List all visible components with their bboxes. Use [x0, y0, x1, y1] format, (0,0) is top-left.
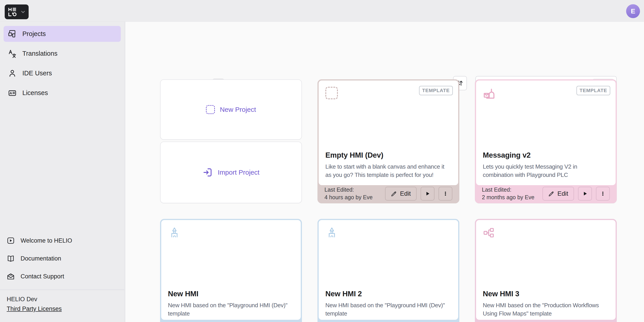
card-actions: Edit — [385, 187, 452, 200]
template-badge: TEMPLATE — [576, 86, 610, 95]
sidebar: Projects Translations — [0, 22, 125, 322]
last-edited-value: 4 hours ago by Eve — [324, 194, 372, 201]
link-label: Contact Support — [20, 273, 64, 280]
card-description: Lets you quickly test Messaging V2 in co… — [483, 162, 609, 179]
edit-button[interactable]: Edit — [542, 187, 574, 200]
card-new-hmi-2[interactable]: New HMI 2 New HMI based on the "Playgrou… — [318, 219, 459, 322]
card-body: New HMI 2 New HMI based on the "Playgrou… — [319, 220, 458, 320]
sidebar-item-projects[interactable]: Projects — [4, 26, 121, 42]
app-version-label: HELIO Dev — [7, 296, 118, 303]
card-body: TEMPLATE Empty HMI (Dev) Like to start w… — [319, 80, 458, 185]
card-footer: Last Edited: 4 hours ago by Eve Edit — [319, 185, 458, 202]
sidebar-item-label: IDE Users — [22, 70, 52, 77]
topbar: E — [0, 0, 644, 22]
last-edited-value: 2 months ago by Eve — [482, 194, 534, 201]
sidebar-item-ide-users[interactable]: IDE Users — [4, 65, 121, 81]
template-badge: TEMPLATE — [419, 86, 453, 95]
card-description: New HMI based on the "Playground HMI (De… — [325, 301, 452, 318]
edit-button[interactable]: Edit — [385, 187, 416, 200]
play-icon — [425, 191, 430, 196]
card-title: New HMI 2 — [325, 290, 452, 298]
playground-castle-icon — [168, 226, 294, 239]
action-cards-column: New Project Import Project — [160, 80, 302, 203]
card-title: Empty HMI (Dev) — [325, 151, 452, 160]
welcome-link[interactable]: Welcome to HELIO — [0, 232, 124, 250]
card-new-hmi-3[interactable]: New HMI 3 New HMI based on the "Producti… — [475, 219, 617, 322]
import-project-card[interactable]: Import Project — [160, 142, 302, 203]
card-title: New HMI — [168, 290, 294, 298]
sidebar-links: Welcome to HELIO Documentation — [0, 232, 124, 285]
card-body: New HMI New HMI based on the "Playground… — [161, 220, 301, 320]
import-project-label: Import Project — [218, 168, 260, 176]
pencil-icon — [548, 191, 554, 197]
new-project-label: New Project — [220, 106, 256, 113]
user-avatar[interactable]: E — [626, 4, 640, 18]
edit-label: Edit — [400, 190, 411, 197]
sidebar-item-translations[interactable]: Translations — [4, 46, 121, 62]
play-button[interactable] — [420, 187, 434, 200]
last-edited: Last Edited: 2 months ago by Eve — [482, 186, 534, 201]
card-empty-hmi-dev[interactable]: TEMPLATE Empty HMI (Dev) Like to start w… — [318, 80, 459, 203]
book-icon — [7, 254, 15, 262]
documentation-link[interactable]: Documentation — [0, 250, 124, 268]
projects-icon — [8, 30, 16, 38]
card-description: New HMI based on the "Production Workflo… — [483, 301, 609, 318]
play-icon — [582, 191, 588, 196]
sidebar-footer: HELIO Dev Third Party Licenses — [0, 290, 124, 322]
flow-map-icon — [483, 226, 609, 239]
dashed-square-icon — [206, 105, 215, 114]
chevron-down-icon — [20, 9, 26, 15]
sidebar-item-licenses[interactable]: Licenses — [4, 85, 121, 101]
sidebar-item-label: Translations — [22, 50, 58, 57]
edit-label: Edit — [558, 190, 568, 197]
link-label: Welcome to HELIO — [20, 237, 72, 244]
kebab-menu-icon — [442, 191, 448, 196]
card-actions: Edit — [542, 187, 610, 200]
helio-logo-icon — [8, 7, 17, 17]
card-footer: Last Edited: 2 months ago by Eve Edit — [476, 185, 616, 202]
sidebar-nav: Projects Translations — [0, 22, 125, 101]
app-root: E Projects — [0, 0, 644, 322]
helio-logo-menu-button[interactable] — [5, 4, 28, 19]
card-title: Messaging v2 — [483, 151, 609, 160]
more-options-button[interactable] — [438, 187, 452, 200]
new-project-card[interactable]: New Project — [160, 80, 302, 140]
dashed-square-icon — [325, 87, 338, 99]
card-description: New HMI based on the "Playground HMI (De… — [168, 301, 294, 318]
video-play-icon — [7, 236, 15, 245]
card-new-hmi[interactable]: New HMI New HMI based on the "Playground… — [160, 219, 302, 322]
more-options-button[interactable] — [596, 187, 610, 200]
last-edited-label: Last Edited: — [324, 186, 372, 194]
card-title: New HMI 3 — [483, 290, 609, 298]
link-label: Documentation — [20, 255, 61, 262]
envelope-icon — [7, 272, 15, 280]
card-body: TEMPLATE Messaging v2 Lets you quickly t… — [476, 80, 616, 185]
user-icon — [8, 69, 16, 78]
sidebar-item-label: Licenses — [22, 89, 48, 96]
last-edited-label: Last Edited: — [482, 186, 534, 194]
playground-castle-icon — [325, 226, 452, 239]
kebab-menu-icon — [600, 191, 606, 196]
import-icon — [202, 167, 213, 178]
projects-grid: New Project Import Project — [160, 80, 617, 322]
contact-support-link[interactable]: Contact Support — [0, 268, 124, 285]
card-body: New HMI 3 New HMI based on the "Producti… — [476, 220, 616, 320]
play-button[interactable] — [578, 187, 592, 200]
pencil-icon — [391, 191, 397, 197]
card-messaging-v2[interactable]: TEMPLATE Messaging v2 Lets you quickly t… — [475, 80, 617, 203]
third-party-licenses-link[interactable]: Third Party Licenses — [7, 306, 62, 312]
main-content: All Projects 31 Sorting Press / — [126, 22, 644, 322]
card-description: Like to start with a blank canvas and en… — [325, 162, 452, 179]
last-edited: Last Edited: 4 hours ago by Eve — [324, 186, 372, 201]
sidebar-item-label: Projects — [22, 30, 46, 38]
translations-icon — [8, 50, 16, 58]
id-card-icon — [8, 89, 16, 97]
